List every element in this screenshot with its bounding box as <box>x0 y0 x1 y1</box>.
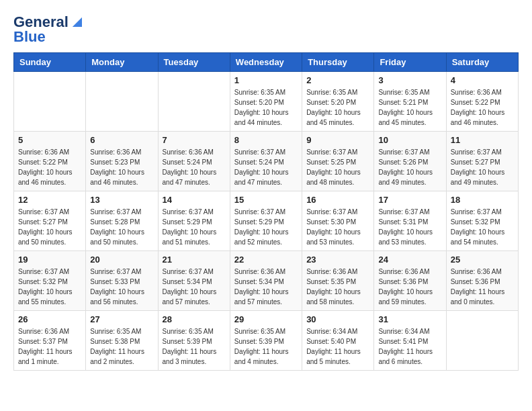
day-header-monday: Monday <box>86 53 158 72</box>
day-number: 9 <box>306 135 369 145</box>
day-number: 15 <box>234 195 298 205</box>
calendar-cell: 7Sunrise: 6:36 AMSunset: 5:24 PMDaylight… <box>158 132 230 191</box>
day-info: Sunrise: 6:36 AMSunset: 5:36 PMDaylight:… <box>378 267 441 307</box>
day-info: Sunrise: 6:36 AMSunset: 5:22 PMDaylight:… <box>18 147 81 187</box>
day-info: Sunrise: 6:35 AMSunset: 5:21 PMDaylight:… <box>378 87 441 128</box>
calendar-cell: 21Sunrise: 6:37 AMSunset: 5:34 PMDayligh… <box>158 251 230 311</box>
calendar-cell: 20Sunrise: 6:37 AMSunset: 5:33 PMDayligh… <box>86 251 158 311</box>
day-header-friday: Friday <box>374 53 446 72</box>
day-info: Sunrise: 6:36 AMSunset: 5:34 PMDaylight:… <box>234 267 298 307</box>
calendar-cell: 31Sunrise: 6:34 AMSunset: 5:41 PMDayligh… <box>374 311 446 371</box>
day-info: Sunrise: 6:37 AMSunset: 5:29 PMDaylight:… <box>234 207 298 247</box>
calendar-cell: 14Sunrise: 6:37 AMSunset: 5:29 PMDayligh… <box>158 191 230 251</box>
calendar-cell <box>446 311 518 371</box>
day-number: 5 <box>18 135 81 145</box>
day-number: 25 <box>451 255 514 265</box>
calendar-cell: 25Sunrise: 6:36 AMSunset: 5:36 PMDayligh… <box>446 251 518 311</box>
day-number: 8 <box>234 135 298 145</box>
day-number: 24 <box>378 255 441 265</box>
day-number: 17 <box>378 195 441 205</box>
day-info: Sunrise: 6:37 AMSunset: 5:34 PMDaylight:… <box>163 267 226 307</box>
calendar-cell: 26Sunrise: 6:36 AMSunset: 5:37 PMDayligh… <box>14 311 86 371</box>
day-info: Sunrise: 6:35 AMSunset: 5:20 PMDaylight:… <box>306 87 369 128</box>
calendar-cell: 1Sunrise: 6:35 AMSunset: 5:20 PMDaylight… <box>230 72 302 132</box>
logo-text-blue: Blue <box>13 28 46 46</box>
week-row-3: 12Sunrise: 6:37 AMSunset: 5:27 PMDayligh… <box>14 191 519 251</box>
day-info: Sunrise: 6:35 AMSunset: 5:39 PMDaylight:… <box>234 326 298 367</box>
day-info: Sunrise: 6:37 AMSunset: 5:27 PMDaylight:… <box>451 147 514 187</box>
logo-icon <box>70 15 85 30</box>
calendar-cell: 15Sunrise: 6:37 AMSunset: 5:29 PMDayligh… <box>230 191 302 251</box>
day-number: 31 <box>378 314 441 324</box>
day-header-saturday: Saturday <box>446 53 518 72</box>
calendar-cell: 11Sunrise: 6:37 AMSunset: 5:27 PMDayligh… <box>446 132 518 191</box>
day-number: 26 <box>18 314 81 324</box>
day-number: 18 <box>451 195 514 205</box>
day-header-sunday: Sunday <box>14 53 86 72</box>
calendar-cell: 12Sunrise: 6:37 AMSunset: 5:27 PMDayligh… <box>14 191 86 251</box>
logo: General Blue <box>13 13 85 46</box>
calendar-cell: 23Sunrise: 6:36 AMSunset: 5:35 PMDayligh… <box>302 251 374 311</box>
day-info: Sunrise: 6:37 AMSunset: 5:24 PMDaylight:… <box>234 147 298 187</box>
day-number: 10 <box>378 135 441 145</box>
day-number: 20 <box>90 255 153 265</box>
day-info: Sunrise: 6:37 AMSunset: 5:33 PMDaylight:… <box>90 267 153 307</box>
calendar-cell: 30Sunrise: 6:34 AMSunset: 5:40 PMDayligh… <box>302 311 374 371</box>
day-number: 11 <box>451 135 514 145</box>
day-number: 7 <box>163 135 226 145</box>
calendar-cell <box>158 72 230 132</box>
calendar-cell: 24Sunrise: 6:36 AMSunset: 5:36 PMDayligh… <box>374 251 446 311</box>
calendar-cell: 18Sunrise: 6:37 AMSunset: 5:32 PMDayligh… <box>446 191 518 251</box>
calendar-cell: 8Sunrise: 6:37 AMSunset: 5:24 PMDaylight… <box>230 132 302 191</box>
day-number: 19 <box>18 255 81 265</box>
calendar-cell: 16Sunrise: 6:37 AMSunset: 5:30 PMDayligh… <box>302 191 374 251</box>
day-info: Sunrise: 6:35 AMSunset: 5:39 PMDaylight:… <box>163 326 226 367</box>
day-info: Sunrise: 6:37 AMSunset: 5:32 PMDaylight:… <box>451 207 514 247</box>
day-info: Sunrise: 6:37 AMSunset: 5:25 PMDaylight:… <box>306 147 369 187</box>
calendar-cell: 17Sunrise: 6:37 AMSunset: 5:31 PMDayligh… <box>374 191 446 251</box>
week-row-4: 19Sunrise: 6:37 AMSunset: 5:32 PMDayligh… <box>14 251 519 311</box>
day-number: 3 <box>378 75 441 85</box>
calendar-cell: 13Sunrise: 6:37 AMSunset: 5:28 PMDayligh… <box>86 191 158 251</box>
day-info: Sunrise: 6:35 AMSunset: 5:20 PMDaylight:… <box>234 87 298 128</box>
day-info: Sunrise: 6:37 AMSunset: 5:31 PMDaylight:… <box>378 207 441 247</box>
calendar-cell: 4Sunrise: 6:36 AMSunset: 5:22 PMDaylight… <box>446 72 518 132</box>
day-number: 4 <box>451 75 514 85</box>
day-info: Sunrise: 6:36 AMSunset: 5:35 PMDaylight:… <box>306 267 369 307</box>
calendar-cell: 9Sunrise: 6:37 AMSunset: 5:25 PMDaylight… <box>302 132 374 191</box>
day-info: Sunrise: 6:37 AMSunset: 5:27 PMDaylight:… <box>18 207 81 247</box>
calendar-cell: 28Sunrise: 6:35 AMSunset: 5:39 PMDayligh… <box>158 311 230 371</box>
calendar-header: SundayMondayTuesdayWednesdayThursdayFrid… <box>14 53 519 72</box>
day-number: 2 <box>306 75 369 85</box>
day-number: 23 <box>306 255 369 265</box>
week-row-5: 26Sunrise: 6:36 AMSunset: 5:37 PMDayligh… <box>14 311 519 371</box>
calendar-cell: 5Sunrise: 6:36 AMSunset: 5:22 PMDaylight… <box>14 132 86 191</box>
calendar-cell: 19Sunrise: 6:37 AMSunset: 5:32 PMDayligh… <box>14 251 86 311</box>
day-header-thursday: Thursday <box>302 53 374 72</box>
day-info: Sunrise: 6:36 AMSunset: 5:24 PMDaylight:… <box>163 147 226 187</box>
header-row: SundayMondayTuesdayWednesdayThursdayFrid… <box>14 53 519 72</box>
day-number: 13 <box>90 195 153 205</box>
day-number: 6 <box>90 135 153 145</box>
calendar-cell <box>86 72 158 132</box>
day-info: Sunrise: 6:36 AMSunset: 5:23 PMDaylight:… <box>90 147 153 187</box>
calendar-cell: 29Sunrise: 6:35 AMSunset: 5:39 PMDayligh… <box>230 311 302 371</box>
day-info: Sunrise: 6:34 AMSunset: 5:40 PMDaylight:… <box>306 326 369 367</box>
day-number: 14 <box>163 195 226 205</box>
calendar-table: SundayMondayTuesdayWednesdayThursdayFrid… <box>13 52 519 371</box>
day-number: 16 <box>306 195 369 205</box>
day-info: Sunrise: 6:34 AMSunset: 5:41 PMDaylight:… <box>378 326 441 367</box>
day-number: 29 <box>234 314 298 324</box>
page-header: General Blue <box>13 13 519 46</box>
day-number: 28 <box>163 314 226 324</box>
calendar-cell: 2Sunrise: 6:35 AMSunset: 5:20 PMDaylight… <box>302 72 374 132</box>
day-number: 30 <box>306 314 369 324</box>
day-header-tuesday: Tuesday <box>158 53 230 72</box>
day-info: Sunrise: 6:37 AMSunset: 5:30 PMDaylight:… <box>306 207 369 247</box>
day-info: Sunrise: 6:36 AMSunset: 5:36 PMDaylight:… <box>451 267 514 307</box>
day-info: Sunrise: 6:37 AMSunset: 5:29 PMDaylight:… <box>163 207 226 247</box>
calendar-cell: 22Sunrise: 6:36 AMSunset: 5:34 PMDayligh… <box>230 251 302 311</box>
day-info: Sunrise: 6:37 AMSunset: 5:32 PMDaylight:… <box>18 267 81 307</box>
day-number: 22 <box>234 255 298 265</box>
calendar-body: 1Sunrise: 6:35 AMSunset: 5:20 PMDaylight… <box>14 72 519 371</box>
